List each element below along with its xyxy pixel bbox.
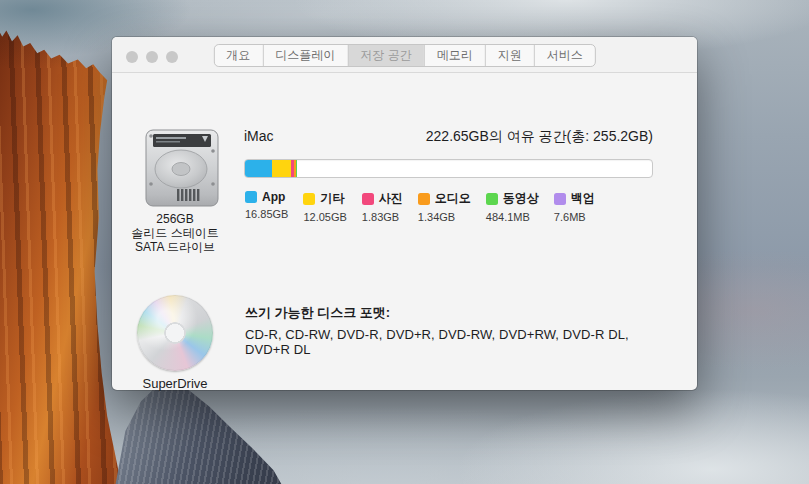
drive-name-label: 256GB 솔리드 스테이트 SATA 드라이브 — [112, 212, 238, 254]
window-titlebar[interactable]: 개요디스플레이저장 공간메모리지원서비스 — [112, 37, 697, 73]
legend-item: 기타12.05GB — [303, 190, 346, 223]
drive-name-line1: 256GB — [112, 212, 238, 226]
storage-bar-segment — [272, 160, 291, 177]
storage-bar-segment — [245, 160, 272, 177]
legend-label: App — [262, 190, 285, 204]
hard-drive-icon — [145, 129, 219, 207]
legend-label: 백업 — [571, 190, 595, 207]
superdrive-name-label: SuperDrive — [112, 376, 238, 391]
tab-storage[interactable]: 저장 공간 — [347, 45, 423, 66]
legend-size: 7.6MB — [554, 211, 595, 223]
close-button[interactable] — [126, 51, 138, 63]
window-controls — [126, 51, 178, 63]
legend-swatch — [245, 191, 257, 203]
tab-overview[interactable]: 개요 — [214, 45, 262, 66]
legend-item-header: App — [245, 190, 288, 204]
legend-item-header: 백업 — [554, 190, 595, 207]
legend-size: 484.1MB — [486, 211, 539, 223]
minimize-button[interactable] — [146, 51, 158, 63]
legend-item-header: 사진 — [362, 190, 403, 207]
superdrive-disc-icon — [137, 295, 213, 371]
writable-formats-list: CD-R, CD-RW, DVD-R, DVD+R, DVD-RW, DVD+R… — [245, 327, 653, 357]
free-space-text: 222.65GB의 여유 공간(총: 255.2GB) — [426, 128, 653, 146]
legend-swatch — [486, 193, 498, 205]
tab-service[interactable]: 서비스 — [534, 45, 595, 66]
storage-bar-segment — [296, 160, 297, 177]
legend-swatch — [362, 193, 374, 205]
legend-size: 1.34GB — [418, 211, 471, 223]
legend-size: 12.05GB — [303, 211, 346, 223]
legend-label: 사진 — [379, 190, 403, 207]
legend-swatch — [418, 193, 430, 205]
legend-label: 동영상 — [503, 190, 539, 207]
zoom-button[interactable] — [166, 51, 178, 63]
legend-swatch — [554, 193, 566, 205]
drive-name-line3: SATA 드라이브 — [112, 240, 238, 254]
legend-item-header: 오디오 — [418, 190, 471, 207]
tab-display[interactable]: 디스플레이 — [262, 45, 347, 66]
tab-support[interactable]: 지원 — [485, 45, 534, 66]
legend-item: App16.85GB — [245, 190, 288, 223]
tab-memory[interactable]: 메모리 — [424, 45, 485, 66]
writable-formats-title: 쓰기 가능한 디스크 포맷: — [245, 304, 390, 322]
legend-label: 오디오 — [435, 190, 471, 207]
legend-size: 16.85GB — [245, 208, 288, 220]
legend-item: 오디오1.34GB — [418, 190, 471, 223]
volume-header-row: iMac 222.65GB의 여유 공간(총: 255.2GB) — [244, 128, 653, 146]
legend-item: 백업7.6MB — [554, 190, 595, 223]
legend-item-header: 기타 — [303, 190, 346, 207]
volume-name: iMac — [244, 128, 274, 144]
legend-item: 사진1.83GB — [362, 190, 403, 223]
storage-legend: App16.85GB기타12.05GB사진1.83GB오디오1.34GB동영상4… — [245, 190, 595, 223]
legend-size: 1.83GB — [362, 211, 403, 223]
storage-pane: 256GB 솔리드 스테이트 SATA 드라이브 SuperDrive iMac… — [112, 73, 697, 389]
about-this-mac-window: 개요디스플레이저장 공간메모리지원서비스 — [112, 37, 697, 390]
storage-usage-bar — [244, 159, 653, 178]
legend-swatch — [303, 193, 315, 205]
wallpaper-granite-slope — [100, 378, 295, 484]
legend-item-header: 동영상 — [486, 190, 539, 207]
tab-bar: 개요디스플레이저장 공간메모리지원서비스 — [213, 44, 595, 67]
legend-item: 동영상484.1MB — [486, 190, 539, 223]
drive-name-line2: 솔리드 스테이트 — [112, 226, 238, 240]
legend-label: 기타 — [320, 190, 344, 207]
